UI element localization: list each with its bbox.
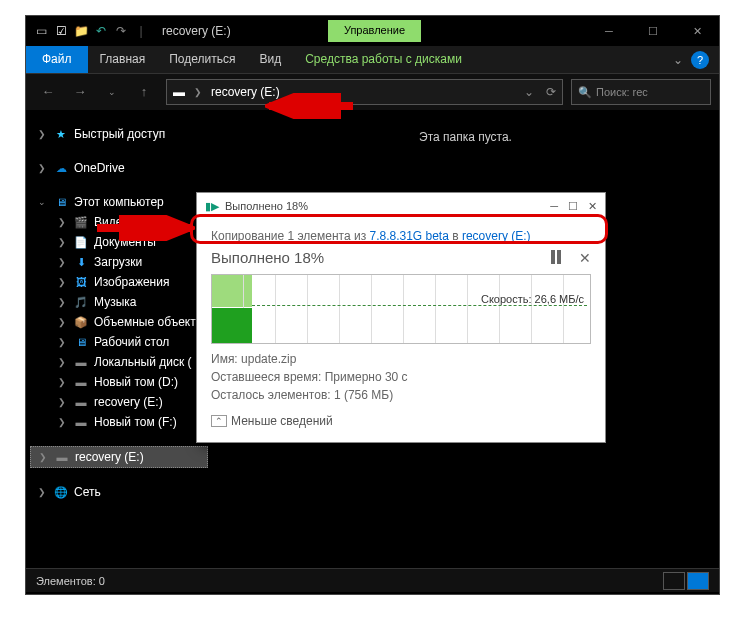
speed-value: 26,6 МБ/с <box>535 293 584 305</box>
expand-icon[interactable]: ❯ <box>38 487 48 497</box>
pause-button[interactable] <box>551 250 571 266</box>
sidebar-item-label: Локальный диск ( <box>94 355 192 369</box>
ribbon-disktools-tab[interactable]: Средства работы с дисками <box>293 46 474 73</box>
sidebar-item-label: Новый том (F:) <box>94 415 177 429</box>
sidebar-item[interactable]: ❯🖼Изображения <box>30 272 208 292</box>
qat-properties-icon[interactable]: ☑ <box>52 22 70 40</box>
view-details-button[interactable] <box>663 572 685 590</box>
sidebar-item[interactable]: ❯▬recovery (E:) <box>30 392 208 412</box>
sidebar-item-onedrive[interactable]: ❯ ☁ OneDrive <box>30 158 208 178</box>
annotation-highlight <box>190 214 608 244</box>
expand-icon[interactable]: ❯ <box>38 163 48 173</box>
sidebar-item[interactable]: ❯🖥Рабочий стол <box>30 332 208 352</box>
expand-icon[interactable]: ❯ <box>58 337 68 347</box>
ribbon-context-label[interactable]: Управление <box>328 20 421 42</box>
sidebar-item-label: Быстрый доступ <box>74 127 165 141</box>
dialog-close-button[interactable]: ✕ <box>588 200 597 213</box>
disk-icon: ▬ <box>74 415 88 429</box>
help-button[interactable]: ? <box>691 51 709 69</box>
drive-icon: ▬ <box>55 450 69 464</box>
dialog-icon: ▮▶ <box>205 200 219 213</box>
sidebar-item-label: Новый том (D:) <box>94 375 178 389</box>
progress-heading: Выполнено 18% <box>211 249 543 266</box>
statusbar: Элементов: 0 <box>26 568 719 592</box>
star-icon: ★ <box>54 127 68 141</box>
ribbon-share-tab[interactable]: Поделиться <box>157 46 247 73</box>
nav-forward-button[interactable]: → <box>66 78 94 106</box>
expand-icon[interactable]: ❯ <box>58 277 68 287</box>
sidebar-item-label: Музыка <box>94 295 136 309</box>
sidebar-item-label: Сеть <box>74 485 101 499</box>
expand-icon[interactable]: ❯ <box>39 452 49 462</box>
time-row: Оставшееся время: Примерно 30 с <box>211 368 591 386</box>
sidebar-item[interactable]: ❯📦Объемные объект <box>30 312 208 332</box>
sidebar-item-this-pc[interactable]: ⌄ 🖥 Этот компьютер <box>30 192 208 212</box>
chart-grid <box>212 275 590 343</box>
expand-icon[interactable]: ❯ <box>58 237 68 247</box>
chevron-right-icon[interactable]: ❯ <box>191 87 205 97</box>
dl-icon: ⬇ <box>74 255 88 269</box>
nav-up-button[interactable]: ↑ <box>130 78 158 106</box>
qat-redo-icon[interactable]: ↷ <box>112 22 130 40</box>
address-dropdown-icon[interactable]: ⌄ <box>518 85 540 99</box>
less-details-button[interactable]: ⌃ Меньше сведений <box>211 414 591 428</box>
maximize-button[interactable]: ☐ <box>631 17 675 45</box>
sidebar-item-label: Изображения <box>94 275 169 289</box>
qat-newfolder-icon[interactable]: 📁 <box>72 22 90 40</box>
sidebar-item[interactable]: ❯⬇Загрузки <box>30 252 208 272</box>
collapse-icon[interactable]: ⌄ <box>38 197 48 207</box>
expand-icon[interactable]: ❯ <box>58 397 68 407</box>
sidebar-item-label: Этот компьютер <box>74 195 164 209</box>
expand-icon[interactable]: ❯ <box>38 129 48 139</box>
search-icon: 🔍 <box>578 86 592 99</box>
refresh-button[interactable]: ⟳ <box>540 85 562 99</box>
sidebar-item-quick-access[interactable]: ❯ ★ Быстрый доступ <box>30 124 208 144</box>
dialog-maximize-button[interactable]: ☐ <box>568 200 578 213</box>
qat-undo-icon[interactable]: ↶ <box>92 22 110 40</box>
expand-icon[interactable]: ❯ <box>58 257 68 267</box>
dialog-minimize-button[interactable]: ─ <box>550 200 558 213</box>
ribbon-expand-icon[interactable]: ⌄ <box>673 53 683 67</box>
cancel-copy-button[interactable]: ✕ <box>579 250 591 266</box>
search-input[interactable]: 🔍 Поиск: rec <box>571 79 711 105</box>
sidebar-item-label: recovery (E:) <box>94 395 163 409</box>
name-value: update.zip <box>241 352 296 366</box>
nav-back-button[interactable]: ← <box>34 78 62 106</box>
expand-icon[interactable]: ❯ <box>58 417 68 427</box>
ribbon-home-tab[interactable]: Главная <box>88 46 158 73</box>
ribbon-view-tab[interactable]: Вид <box>247 46 293 73</box>
speed-label-text: Скорость: <box>481 293 535 305</box>
sidebar-item[interactable]: ❯🎵Музыка <box>30 292 208 312</box>
sidebar-item[interactable]: ❯▬Новый том (D:) <box>30 372 208 392</box>
disk-icon: ▬ <box>74 355 88 369</box>
address-bar[interactable]: ▬ ❯ recovery (E:) ⌄ ⟳ <box>166 79 563 105</box>
ribbon-file-tab[interactable]: Файл <box>26 46 88 73</box>
sidebar-item-network[interactable]: ❯ 🌐 Сеть <box>30 482 208 502</box>
minimize-button[interactable]: ─ <box>587 17 631 45</box>
expand-icon[interactable]: ❯ <box>58 297 68 307</box>
sidebar-item[interactable]: ❯▬Новый том (F:) <box>30 412 208 432</box>
speed-chart: Скорость: 26,6 МБ/с <box>211 274 591 344</box>
remaining-row: Осталось элементов: 1 (756 МБ) <box>211 386 591 404</box>
video-icon: 🎬 <box>74 215 88 229</box>
annotation-arrow <box>95 215 195 241</box>
remaining-value: 1 (756 МБ) <box>334 388 393 402</box>
sidebar-item-label: Загрузки <box>94 255 142 269</box>
expand-icon[interactable]: ❯ <box>58 377 68 387</box>
expand-icon[interactable]: ❯ <box>58 317 68 327</box>
close-button[interactable]: ✕ <box>675 17 719 45</box>
globe-icon: 🌐 <box>54 485 68 499</box>
file-name-row: Имя: update.zip <box>211 350 591 368</box>
expand-icon[interactable]: ❯ <box>58 357 68 367</box>
cube-icon: 📦 <box>74 315 88 329</box>
less-details-label: Меньше сведений <box>231 414 333 428</box>
drive-icon: ▬ <box>167 85 191 99</box>
expand-icon[interactable]: ❯ <box>58 217 68 227</box>
music-icon: 🎵 <box>74 295 88 309</box>
sidebar-item-recovery-selected[interactable]: ❯ ▬ recovery (E:) <box>30 446 208 468</box>
sidebar-item[interactable]: ❯▬Локальный диск ( <box>30 352 208 372</box>
search-placeholder: Поиск: rec <box>596 86 648 98</box>
view-icons-button[interactable] <box>687 572 709 590</box>
doc-icon: 📄 <box>74 235 88 249</box>
nav-history-button[interactable]: ⌄ <box>98 78 126 106</box>
